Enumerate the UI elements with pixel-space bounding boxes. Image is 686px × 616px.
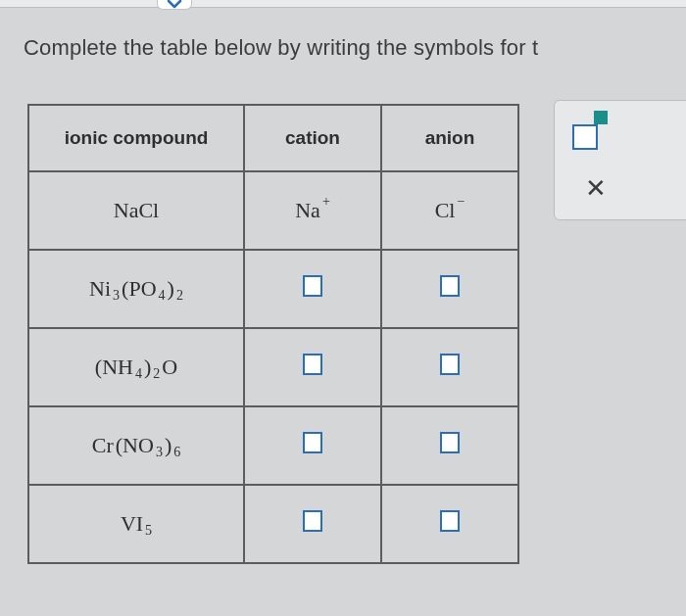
superscript-tool-exp-icon (594, 111, 608, 124)
top-toolbar (0, 0, 686, 8)
header-cation: cation (244, 105, 381, 171)
chemical-formula: Ni3(PO4)2 (89, 276, 183, 302)
tool-panel: ✕ (554, 100, 686, 220)
chemical-formula: (NH4)2O (95, 355, 177, 380)
cell-anion (381, 328, 518, 406)
expand-toolbar-button[interactable] (157, 0, 192, 10)
close-icon: ✕ (585, 173, 607, 203)
answer-input[interactable] (440, 275, 460, 297)
table-row: VI5 (28, 485, 518, 563)
cell-compound: Cr(NO3)6 (28, 406, 244, 485)
table-row: (NH4)2O (28, 328, 518, 406)
chemical-formula: VI5 (121, 511, 152, 537)
answer-input[interactable] (303, 354, 322, 375)
answer-input[interactable] (303, 510, 322, 532)
cell-cation (244, 250, 381, 328)
chemical-formula: Cl− (435, 198, 466, 223)
cell-cation (244, 406, 381, 485)
cell-compound: Ni3(PO4)2 (28, 250, 244, 328)
answer-input[interactable] (440, 354, 460, 375)
cell-cation (244, 328, 381, 406)
header-anion: anion (381, 105, 518, 171)
close-button[interactable]: ✕ (576, 173, 615, 204)
cell-anion (381, 250, 518, 328)
cell-cation: Na+ (244, 171, 381, 250)
answer-input[interactable] (440, 432, 460, 453)
table-row: NaClNa+Cl− (28, 171, 518, 250)
ion-table: ionic compound cation anion NaClNa+Cl−Ni… (27, 104, 519, 564)
cell-anion: Cl− (381, 171, 518, 250)
cell-compound: VI5 (28, 485, 244, 563)
answer-input[interactable] (303, 275, 322, 297)
chemical-formula: Na+ (295, 198, 330, 223)
superscript-tool-base-icon (572, 124, 598, 150)
chemical-formula: Cr(NO3)6 (92, 433, 180, 458)
cell-cation (244, 485, 381, 563)
answer-input[interactable] (440, 510, 460, 532)
table-row: Cr(NO3)6 (28, 406, 518, 485)
header-compound: ionic compound (28, 105, 244, 171)
question-prompt: Complete the table below by writing the … (24, 35, 686, 61)
chevron-down-icon (167, 0, 182, 9)
superscript-tool-button[interactable] (572, 111, 615, 150)
cell-compound: (NH4)2O (28, 328, 244, 406)
cell-anion (381, 485, 518, 563)
chemical-formula: NaCl (114, 198, 159, 223)
table-row: Ni3(PO4)2 (28, 250, 518, 328)
cell-compound: NaCl (28, 171, 244, 250)
answer-input[interactable] (303, 432, 322, 453)
cell-anion (381, 406, 518, 485)
